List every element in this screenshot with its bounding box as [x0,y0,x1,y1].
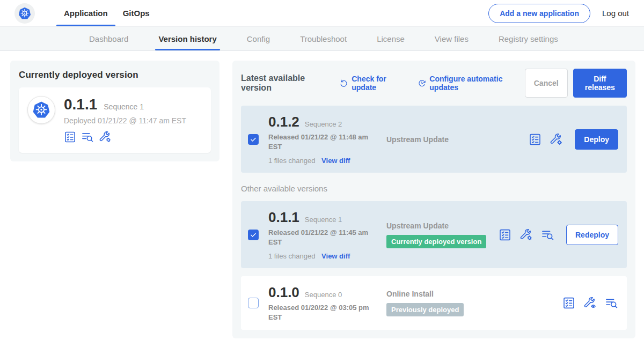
deployed-sequence: Sequence 1 [104,102,144,111]
source-label: Upstream Update [386,135,522,144]
version-checkbox[interactable] [248,230,259,240]
currently-deployed-card: Currently deployed version 0.1.1 Sequenc… [10,61,219,161]
release-notes-icon[interactable] [64,131,76,143]
version-info: 0.1.1 Sequence 1 Released 01/21/22 @ 11:… [268,209,376,260]
version-source: Upstream Update [386,135,522,144]
kubernetes-icon [18,6,32,20]
subnav-version-history[interactable]: Version history [143,27,231,50]
version-checkbox[interactable] [248,134,259,145]
view-files-icon[interactable] [82,131,94,143]
released-timestamp: Released 01/21/22 @ 11:45 am EST [268,228,371,247]
tab-application-label: Application [64,9,108,18]
version-number: 0.1.1 [268,209,299,226]
deployed-version-card: 0.1.1 Sequence 1 Deployed 01/21/22 @ 11:… [19,87,211,153]
previously-deployed-badge: Previously deployed [386,303,464,316]
view-diff-link[interactable]: View diff [321,252,350,260]
files-changed-label: 1 files changed [268,252,315,260]
other-versions-title: Other available versions [241,184,627,193]
topnav-right: Add a new application Log out [488,4,629,23]
latest-version-header: Latest available version Check for updat… [241,69,627,98]
version-number: 0.1.0 [268,284,299,301]
add-application-button[interactable]: Add a new application [488,4,590,23]
deployed-version-info: 0.1.1 Sequence 1 Deployed 01/21/22 @ 11:… [64,96,186,143]
version-sequence: Sequence 1 [305,216,342,224]
deployed-version-number: 0.1.1 [64,96,97,113]
edit-config-icon[interactable] [550,133,563,146]
tab-gitops[interactable]: GitOps [115,0,157,26]
view-files-icon[interactable] [605,297,618,309]
subnav-dashboard[interactable]: Dashboard [74,27,143,50]
version-source: Upstream Update Currently deployed versi… [386,221,492,248]
subnav-troubleshoot[interactable]: Troubleshoot [285,27,362,50]
version-row: 0.1.0 Sequence 0 Released 01/20/22 @ 03:… [241,276,627,330]
redeploy-button[interactable]: Redeploy [566,225,618,245]
check-icon [250,231,257,239]
version-sequence: Sequence 0 [305,291,342,299]
edit-config-icon[interactable] [520,228,533,241]
logout-link[interactable]: Log out [602,9,629,18]
source-label: Online Install [386,290,556,298]
view-files-icon[interactable] [541,228,554,241]
main-content: Currently deployed version 0.1.1 Sequenc… [0,51,644,338]
edit-config-icon[interactable] [99,131,112,143]
latest-version-title: Latest available version [241,73,330,93]
configure-updates-link[interactable]: Configure automatic updates [418,75,525,92]
top-nav: Application GitOps Add a new application… [0,0,644,26]
version-row: 0.1.1 Sequence 1 Released 01/21/22 @ 11:… [241,201,627,268]
topnav-tabs: Application GitOps [56,0,157,26]
files-changed-label: 1 files changed [268,157,315,165]
cancel-button[interactable]: Cancel [525,69,568,98]
version-info: 0.1.2 Sequence 2 Released 01/21/22 @ 11:… [268,114,376,165]
refresh-icon [340,78,348,88]
subnav-config[interactable]: Config [232,27,285,50]
subnav-registry-settings[interactable]: Registry settings [484,27,573,50]
tab-application[interactable]: Application [56,0,115,26]
deployed-card-title: Currently deployed version [19,70,211,80]
version-actions [562,297,618,309]
version-actions: Redeploy [499,225,618,245]
deploy-button[interactable]: Deploy [575,129,618,150]
release-notes-icon[interactable] [529,133,541,146]
configure-updates-label: Configure automatic updates [429,75,524,92]
check-icon [250,136,257,143]
subnav-license[interactable]: License [362,27,420,50]
auto-update-icon [418,78,426,88]
version-checkbox[interactable] [248,298,259,308]
source-label: Upstream Update [386,221,492,230]
check-for-update-label: Check for update [352,75,408,92]
currently-deployed-badge: Currently deployed version [386,235,486,248]
version-sequence: Sequence 2 [305,120,342,128]
version-history-panel: Latest available version Check for updat… [232,61,635,338]
version-row: 0.1.2 Sequence 2 Released 01/21/22 @ 11:… [241,106,627,173]
check-for-update-link[interactable]: Check for update [340,75,408,92]
app-sub-nav: Dashboard Version history Config Trouble… [0,26,644,51]
deployed-timestamp: Deployed 01/21/22 @ 11:47 am EST [64,116,186,125]
tab-gitops-label: GitOps [123,9,150,18]
kubernetes-icon [32,100,51,120]
released-timestamp: Released 01/20/22 @ 03:05 pm EST [268,303,371,322]
release-notes-icon[interactable] [562,297,575,309]
released-timestamp: Released 01/21/22 @ 11:48 am EST [268,132,371,151]
view-config-icon[interactable] [584,297,597,309]
app-logo [27,96,55,124]
view-diff-link[interactable]: View diff [321,157,350,165]
version-actions: Deploy [529,129,618,150]
diff-releases-button[interactable]: Diff releases [573,69,627,98]
subnav-view-files[interactable]: View files [420,27,484,50]
version-info: 0.1.0 Sequence 0 Released 01/20/22 @ 03:… [268,284,376,322]
kubernetes-logo [14,3,35,24]
version-source: Online Install Previously deployed [386,290,556,316]
release-notes-icon[interactable] [499,228,511,241]
version-number: 0.1.2 [268,114,299,130]
